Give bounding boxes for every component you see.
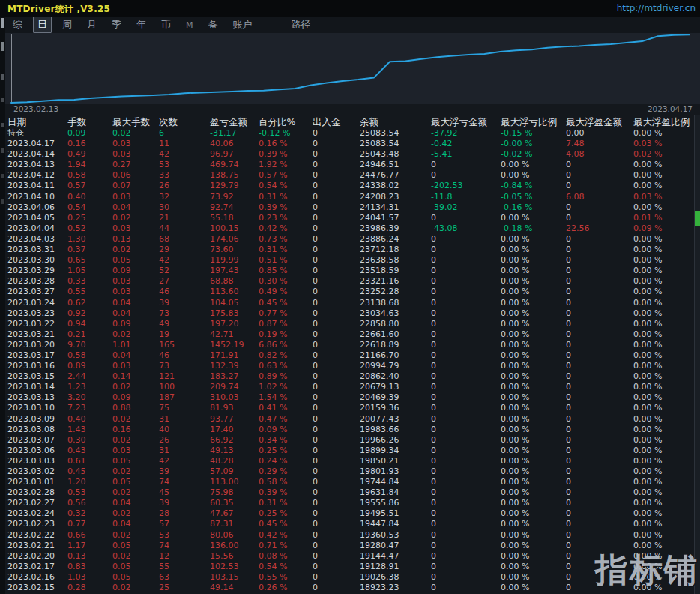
table-row[interactable]: 持仓0.090.026-31.17-0.12 %025083.54-37.92-… bbox=[0, 128, 700, 139]
menu-item-币[interactable]: 币 bbox=[157, 16, 175, 33]
table-row[interactable]: 2023.02.220.660.025380.060.42 %019360.53… bbox=[0, 530, 700, 541]
table-row[interactable]: 2023.03.133.200.09187310.031.54 %020469.… bbox=[0, 392, 700, 403]
menu-item-path[interactable]: 路径 bbox=[292, 18, 311, 32]
cell: 9.70 bbox=[67, 340, 112, 350]
scrollbar-thumb[interactable] bbox=[695, 212, 700, 226]
cell: 0.31 % bbox=[259, 192, 313, 202]
table-row[interactable]: 2023.03.210.210.021942.710.19 %022661.60… bbox=[0, 329, 700, 340]
cell: 81.93 bbox=[210, 403, 259, 413]
cell: 39 bbox=[159, 498, 210, 508]
cell: 0.00 % bbox=[501, 340, 566, 350]
table-row[interactable]: 2023.02.230.770.045787.310.45 %019447.84… bbox=[0, 519, 700, 530]
menu-item-季[interactable]: 季 bbox=[107, 16, 126, 33]
table-row[interactable]: 2023.03.011.200.0574113.000.58 %019744.8… bbox=[0, 477, 700, 488]
table-row[interactable]: 2023.02.270.560.043960.350.31 %019555.86… bbox=[0, 498, 700, 508]
table-row[interactable]: 2023.04.100.400.033273.920.31 %024208.23… bbox=[0, 192, 700, 202]
column-header: 盈亏金额 bbox=[210, 116, 259, 128]
table-row[interactable]: 2023.03.152.440.14121183.270.89 %020862.… bbox=[0, 371, 700, 382]
table-row[interactable]: 2023.03.070.300.022666.920.34 %019966.26… bbox=[0, 435, 700, 446]
cell: 55 bbox=[159, 562, 210, 572]
website-link[interactable]: http://mtdriver.cn bbox=[617, 3, 696, 14]
cell: 0.07 bbox=[112, 181, 159, 191]
cell: 0.00 % bbox=[501, 213, 566, 224]
column-header: 手数 bbox=[67, 116, 112, 128]
table-row[interactable]: 2023.03.310.370.022973.600.31 %023712.18… bbox=[0, 244, 700, 255]
table-row[interactable]: 2023.04.120.580.0633138.750.57 %024476.7… bbox=[0, 170, 700, 181]
cell: -0.84 % bbox=[501, 181, 566, 191]
table-row[interactable]: 2023.03.081.430.164017.400.09 %019983.66… bbox=[0, 424, 700, 435]
menu-item-账户[interactable]: 账户 bbox=[229, 16, 257, 33]
cell: 0.04 bbox=[112, 298, 159, 308]
table-row[interactable]: 2023.03.090.400.023193.770.47 %020077.43… bbox=[0, 414, 700, 424]
table-row[interactable]: 2023.03.280.330.032768.880.30 %023321.16… bbox=[0, 276, 700, 286]
cell: 2023.02.17 bbox=[7, 562, 67, 572]
menu-item-M[interactable]: M bbox=[181, 19, 198, 32]
cell: 0.58 bbox=[67, 350, 112, 361]
cell: 0 bbox=[566, 424, 633, 435]
menu-item-周[interactable]: 周 bbox=[58, 16, 76, 33]
cell: -0.05 % bbox=[501, 192, 566, 202]
table-row[interactable]: 2023.04.170.160.031140.060.16 %025083.54… bbox=[0, 139, 700, 149]
table-row[interactable]: 2023.04.050.250.022155.180.23 %024041.57… bbox=[0, 213, 700, 224]
table-row[interactable]: 2023.04.031.300.1368174.060.73 %023886.2… bbox=[0, 234, 700, 244]
cell: 0.02 bbox=[112, 213, 159, 224]
cell: 0.39 % bbox=[259, 149, 313, 160]
cell: 0.00 % bbox=[633, 392, 700, 403]
cell: -5.41 bbox=[431, 149, 501, 160]
cell: 132.39 bbox=[210, 361, 259, 371]
cell: 19966.26 bbox=[360, 435, 431, 446]
table-row[interactable]: 2023.03.209.701.011651452.196.86 %022618… bbox=[0, 340, 700, 350]
cell: 0 bbox=[431, 361, 501, 371]
table-row[interactable]: 2023.03.030.610.054248.280.24 %019850.21… bbox=[0, 456, 700, 466]
table-row[interactable]: 2023.03.060.430.033149.130.25 %019899.34… bbox=[0, 446, 700, 456]
table-row[interactable]: 2023.03.300.650.0542119.990.51 %023638.5… bbox=[0, 255, 700, 266]
menu-item-日[interactable]: 日 bbox=[33, 16, 52, 33]
cell: 0.00 bbox=[566, 128, 633, 139]
table-row[interactable]: 2023.03.160.890.0373132.390.63 %020994.7… bbox=[0, 361, 700, 371]
cell: 0.31 % bbox=[259, 244, 313, 255]
table-row[interactable]: 2023.03.230.920.0473175.830.77 %023034.6… bbox=[0, 308, 700, 319]
cell: 42 bbox=[159, 255, 210, 266]
cell: 0.00 % bbox=[633, 498, 700, 508]
table-row[interactable]: 2023.03.220.940.0949197.200.87 %022858.8… bbox=[0, 319, 700, 329]
cell: 0 bbox=[566, 530, 633, 541]
cell: 0 bbox=[566, 414, 633, 424]
table-scrollbar[interactable] bbox=[694, 116, 700, 594]
table-row[interactable]: 2023.04.110.570.0726129.790.54 %024338.0… bbox=[0, 181, 700, 191]
table-row[interactable]: 2023.04.131.940.2753469.741.92 %024946.5… bbox=[0, 160, 700, 170]
cell: 0.02 bbox=[112, 128, 159, 139]
cell: 0.77 % bbox=[259, 308, 313, 319]
cell: 0.05 bbox=[112, 562, 159, 572]
cell: 0 bbox=[313, 572, 360, 583]
table-row[interactable]: 2023.03.107.230.887581.930.41 %020159.36… bbox=[0, 403, 700, 413]
table-row[interactable]: 2023.03.240.620.0439104.050.45 %023138.6… bbox=[0, 298, 700, 308]
cell: 0 bbox=[313, 350, 360, 361]
cell: 96.97 bbox=[210, 149, 259, 160]
cell: 0 bbox=[566, 361, 633, 371]
table-row[interactable]: 2023.04.040.520.0344100.150.42 %023986.3… bbox=[0, 224, 700, 234]
cell: 113.00 bbox=[210, 477, 259, 488]
table-row[interactable]: 2023.04.060.540.043092.740.39 %024134.31… bbox=[0, 202, 700, 213]
menu-item-综[interactable]: 综 bbox=[8, 16, 27, 33]
table-row[interactable]: 2023.03.291.050.0952197.430.85 %023518.5… bbox=[0, 266, 700, 276]
cell: 1.17 bbox=[67, 541, 112, 551]
cell: 0.02 bbox=[112, 382, 159, 392]
menu-item-月[interactable]: 月 bbox=[82, 16, 101, 33]
menu-item-备[interactable]: 备 bbox=[204, 16, 223, 33]
dock-strip[interactable] bbox=[0, 16, 5, 594]
table-row[interactable]: 2023.03.170.580.0446171.910.82 %021166.7… bbox=[0, 350, 700, 361]
cell: 0.24 % bbox=[259, 456, 313, 466]
table-row[interactable]: 2023.03.141.230.02100209.741.02 %020679.… bbox=[0, 382, 700, 392]
menu-item-年[interactable]: 年 bbox=[132, 16, 151, 33]
table-row[interactable]: 2023.02.280.530.024575.980.39 %019631.84… bbox=[0, 488, 700, 498]
cell: 68 bbox=[159, 234, 210, 244]
table-row[interactable]: 2023.04.140.490.034296.970.39 %025043.48… bbox=[0, 149, 700, 160]
table-row[interactable]: 2023.03.020.450.023957.090.29 %019801.93… bbox=[0, 466, 700, 477]
table-row[interactable]: 2023.02.240.320.022847.670.25 %019495.51… bbox=[0, 508, 700, 519]
cell: 46 bbox=[159, 286, 210, 297]
table-row[interactable]: 2023.03.270.550.0346113.600.49 %023252.2… bbox=[0, 286, 700, 297]
cell: -11.8 bbox=[431, 192, 501, 202]
cell: 20862.40 bbox=[360, 371, 431, 382]
cell: -43.08 bbox=[431, 224, 501, 234]
cell: 0.00 % bbox=[633, 477, 700, 488]
